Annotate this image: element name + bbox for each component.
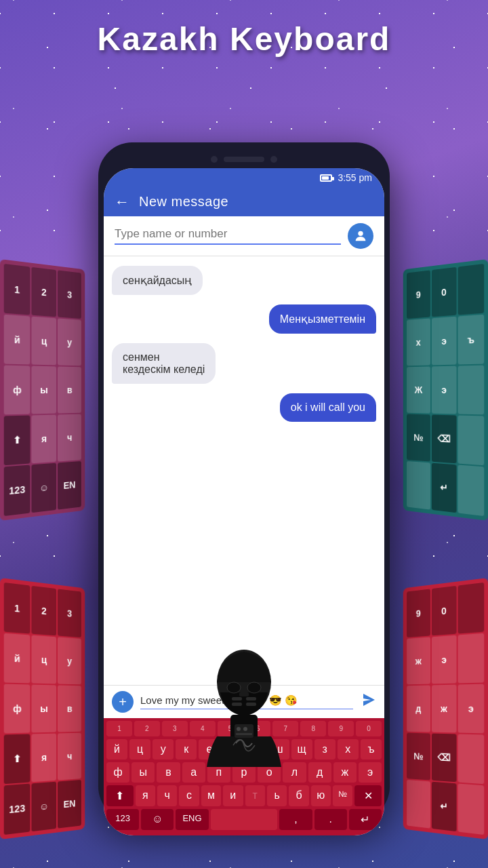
shift-key[interactable]: ⬆ xyxy=(106,785,134,806)
key-э[interactable]: э xyxy=(359,762,382,783)
add-attachment-button[interactable]: + xyxy=(112,691,134,713)
battery-icon xyxy=(320,174,332,182)
key-1[interactable]: 1 xyxy=(106,721,132,736)
sk-key: э xyxy=(432,635,457,684)
keyboard-area: 1 2 3 4 5 6 7 8 9 0 й ц у к е н г ш xyxy=(104,718,384,835)
sk-key: э xyxy=(432,366,457,414)
recipient-input[interactable] xyxy=(115,227,341,245)
key-я[interactable]: я xyxy=(136,785,155,806)
key-з[interactable]: з xyxy=(314,739,336,760)
keyboard-row-1: й ц у к е н г ш щ з х ъ xyxy=(104,738,384,761)
key-no[interactable]: № xyxy=(333,785,352,806)
send-button[interactable] xyxy=(360,692,376,712)
sk-key: э xyxy=(458,684,485,734)
contact-add-icon[interactable] xyxy=(348,223,373,249)
sk-key xyxy=(458,784,485,835)
sk-key: 9 xyxy=(407,270,430,319)
key-о[interactable]: о xyxy=(258,762,281,783)
key-р[interactable]: р xyxy=(232,762,256,783)
key-ю[interactable]: ю xyxy=(311,785,331,806)
key-щ[interactable]: щ xyxy=(291,739,312,760)
message-text: ok i will call you xyxy=(291,401,365,413)
key-и[interactable]: и xyxy=(223,785,243,806)
side-keyboard-right-bottom: 9 0 ж э д ж э № ⌫ ↵ xyxy=(403,578,488,840)
key-а[interactable]: а xyxy=(182,762,205,783)
sk-key: ч xyxy=(58,733,81,781)
key-л[interactable]: л xyxy=(283,762,306,783)
sk-key: ↵ xyxy=(432,782,457,832)
sk-key: в xyxy=(58,685,81,732)
app-bar: ← New message xyxy=(104,187,384,216)
to-field-container xyxy=(104,216,384,256)
sk-key xyxy=(458,734,485,785)
keyboard-row-3: ⬆ я ч с м и т ь б ю № ✕ xyxy=(104,784,384,808)
front-camera xyxy=(211,156,218,163)
space-key[interactable] xyxy=(211,809,278,830)
key-д[interactable]: д xyxy=(308,762,331,783)
sk-key xyxy=(458,366,485,415)
enter-key[interactable]: ↵ xyxy=(349,809,382,830)
key-т[interactable]: т xyxy=(245,785,265,806)
emoji-key[interactable]: ☺ xyxy=(141,809,174,830)
key-ж[interactable]: ж xyxy=(333,762,357,783)
message-bubble-received: сенқайдасың xyxy=(112,266,203,295)
key-г[interactable]: г xyxy=(245,739,266,760)
message-input-bar: + xyxy=(104,685,384,718)
sk-key: ы xyxy=(31,685,56,733)
sk-key: № xyxy=(407,414,430,462)
language-key[interactable]: ENG xyxy=(176,809,208,830)
side-keyboard-left-top: 1 2 3 й ц у ф ы в ⬆ я ч 123 ☺ EN xyxy=(0,259,85,521)
message-bubble-sent: ok i will call you xyxy=(280,393,376,422)
key-у[interactable]: у xyxy=(152,739,174,760)
backspace-key[interactable]: ✕ xyxy=(354,785,382,806)
key-ы[interactable]: ы xyxy=(131,762,155,783)
key-ъ[interactable]: ъ xyxy=(361,739,382,760)
key-8[interactable]: 8 xyxy=(300,721,326,736)
key-к[interactable]: к xyxy=(176,739,197,760)
key-е[interactable]: е xyxy=(199,739,220,760)
key-в[interactable]: в xyxy=(157,762,180,783)
key-ф[interactable]: ф xyxy=(106,762,129,783)
key-ь[interactable]: ь xyxy=(267,785,287,806)
key-7[interactable]: 7 xyxy=(272,721,298,736)
key-с[interactable]: с xyxy=(179,785,199,806)
sk-key: ж xyxy=(432,685,457,733)
svg-point-0 xyxy=(358,231,363,236)
key-б[interactable]: б xyxy=(289,785,308,806)
key-ч[interactable]: ч xyxy=(157,785,177,806)
sk-key xyxy=(407,780,430,829)
sk-key: ъ xyxy=(458,315,485,365)
sk-key: 123 xyxy=(4,784,30,835)
key-3[interactable]: 3 xyxy=(162,721,188,736)
speaker xyxy=(224,157,264,162)
key-0[interactable]: 0 xyxy=(356,721,382,736)
sk-key: ⌫ xyxy=(432,415,457,464)
key-х[interactable]: х xyxy=(338,739,359,760)
sk-key: № xyxy=(407,733,430,781)
key-н[interactable]: н xyxy=(222,739,243,760)
key-6[interactable]: 6 xyxy=(245,721,271,736)
key-4[interactable]: 4 xyxy=(190,721,216,736)
comma-key[interactable]: , xyxy=(279,809,312,830)
key-5[interactable]: 5 xyxy=(218,721,243,736)
period-key[interactable]: . xyxy=(314,809,347,830)
message-input[interactable] xyxy=(140,695,353,709)
message-bubble-received: сенмен кездескім келеді xyxy=(112,343,216,384)
sk-key: д xyxy=(407,685,430,732)
sk-key: Ж xyxy=(407,366,430,413)
key-2[interactable]: 2 xyxy=(134,721,160,736)
key-ц[interactable]: ц xyxy=(129,739,150,760)
key-м[interactable]: м xyxy=(201,785,221,806)
key-й[interactable]: й xyxy=(106,739,127,760)
sk-key: ц xyxy=(31,317,56,366)
sk-key: ⬆ xyxy=(4,416,30,466)
sk-key xyxy=(407,461,430,510)
numbers-switch-key[interactable]: 123 xyxy=(106,809,139,830)
key-ш[interactable]: ш xyxy=(268,739,289,760)
sk-key: я xyxy=(31,734,56,783)
key-п[interactable]: п xyxy=(207,762,230,783)
key-9[interactable]: 9 xyxy=(328,721,354,736)
side-keyboard-right-top: 9 0 х э ъ Ж э № ⌫ ↵ xyxy=(403,259,488,521)
back-button[interactable]: ← xyxy=(115,195,129,210)
sk-key: ↵ xyxy=(432,463,457,513)
